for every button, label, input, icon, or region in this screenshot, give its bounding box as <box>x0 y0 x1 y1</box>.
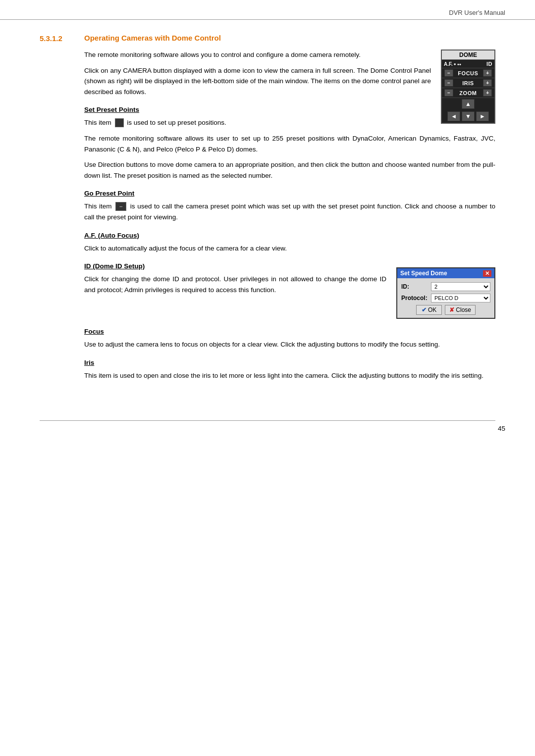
speed-dome-ok-btn[interactable]: ✔ OK <box>416 305 442 315</box>
set-preset-para3: Use Direction buttons to move dome camer… <box>84 159 495 181</box>
set-preset-text2: is used to set up preset positions. <box>127 119 226 126</box>
af-heading: A.F. (Auto Focus) <box>84 232 495 239</box>
close-label: Close <box>456 306 471 313</box>
dome-zoom-row: – ZOOM + <box>442 88 494 98</box>
dome-panel: DOME A.F. ● ●● ID – FOCUS + <box>441 50 495 124</box>
dome-zoom-plus[interactable]: + <box>483 89 492 97</box>
iris-heading: Iris <box>84 359 495 366</box>
dome-dot: ● <box>454 62 456 66</box>
iris-para1: This item is used to open and close the … <box>84 370 495 381</box>
dome-panel-title: DOME <box>442 50 494 60</box>
dome-right-btn[interactable]: ► <box>476 111 489 121</box>
speed-dome-body: ID: 2 Protocol: PELCO D <box>397 278 494 318</box>
section-title: Operating Cameras with Dome Control <box>84 34 221 42</box>
dome-af-row: A.F. ● ●● ID <box>442 60 494 68</box>
dome-focus-plus[interactable]: + <box>483 69 492 77</box>
dome-up-btn[interactable]: ▲ <box>462 99 475 109</box>
section-header: 5.3.1.2 Operating Cameras with Dome Cont… <box>40 34 495 43</box>
focus-heading: Focus <box>84 328 495 335</box>
dome-ldr-row: ◄ ▼ ► <box>442 110 494 123</box>
dome-id-label[interactable]: ID <box>486 61 492 67</box>
section-body: DOME A.F. ● ●● ID – FOCUS + <box>40 50 495 386</box>
close-xmark: ✘ <box>449 306 454 313</box>
set-preset-para2: The remote monitoring software allows it… <box>84 133 495 154</box>
speed-dome-close-btn[interactable]: ✘ Close <box>445 305 476 315</box>
dome-focus-label: FOCUS <box>458 70 478 76</box>
page-content: 5.3.1.2 Operating Cameras with Dome Cont… <box>0 20 535 405</box>
set-preset-icon[interactable] <box>115 118 124 127</box>
speed-dome-titlebar: Set Speed Dome ✕ <box>397 268 494 278</box>
dome-left-btn[interactable]: ◄ <box>447 111 460 121</box>
speed-dome-protocol-field: Protocol: PELCO D <box>401 294 490 302</box>
speed-dome-protocol-select[interactable]: PELCO D <box>431 294 490 302</box>
set-preset-heading: Set Preset Points <box>84 106 495 113</box>
set-preset-text1: This item <box>84 119 111 126</box>
go-preset-para1: This item ↔ is used to call the camera p… <box>84 201 495 222</box>
ok-label: OK <box>428 306 436 313</box>
go-preset-icon[interactable]: ↔ <box>115 202 126 211</box>
dome-zoom-label: ZOOM <box>459 90 477 96</box>
section-number: 5.3.1.2 <box>40 34 84 43</box>
dome-iris-minus[interactable]: – <box>444 79 453 87</box>
speed-dome-title: Set Speed Dome <box>400 270 447 277</box>
speed-dome-id-label: ID: <box>401 283 431 290</box>
manual-title: DVR User's Manual <box>449 9 505 16</box>
speed-dome-container: Set Speed Dome ✕ ID: 2 Protocol: <box>396 267 495 319</box>
go-preset-heading: Go Preset Point <box>84 190 495 197</box>
go-preset-text1: This item <box>84 202 112 210</box>
speed-dome-close-x[interactable]: ✕ <box>483 270 491 277</box>
speed-dome-protocol-label: Protocol: <box>401 295 431 302</box>
intro-para2: Click on any CAMERA button displayed wit… <box>84 65 495 98</box>
speed-dome-buttons: ✔ OK ✘ Close <box>401 305 490 315</box>
intro-para1: The remote monitoring software allows yo… <box>84 50 495 60</box>
speed-dome-id-select[interactable]: 2 <box>431 282 490 291</box>
focus-para1: Use to adjust the camera lens to focus o… <box>84 339 495 350</box>
dome-zoom-minus[interactable]: – <box>444 89 453 97</box>
dome-iris-label: IRIS <box>462 80 474 86</box>
go-preset-text2: is used to call the camera preset point … <box>84 202 495 221</box>
dome-focus-row: – FOCUS + <box>442 68 494 78</box>
page-number-area: 45 <box>0 421 535 432</box>
speed-dome-dialog: Set Speed Dome ✕ ID: 2 Protocol: <box>396 267 495 319</box>
page-header: DVR User's Manual <box>0 0 535 20</box>
id-section: Set Speed Dome ✕ ID: 2 Protocol: <box>84 262 495 319</box>
speed-dome-id-field: ID: 2 <box>401 282 490 291</box>
ok-checkmark: ✔ <box>422 306 427 313</box>
dome-focus-minus[interactable]: – <box>444 69 453 77</box>
dome-iris-row: – IRIS + <box>442 78 494 88</box>
dome-down-btn[interactable]: ▼ <box>462 111 475 121</box>
dome-panel-container: DOME A.F. ● ●● ID – FOCUS + <box>441 50 495 124</box>
dome-dot2: ●● <box>457 62 461 66</box>
dome-af-label[interactable]: A.F. <box>444 61 453 67</box>
set-preset-para1: This item is used to set up preset posit… <box>84 117 495 128</box>
af-para1: Click to automatically adjust the focus … <box>84 243 495 254</box>
page-number: 45 <box>498 425 505 432</box>
dome-iris-plus[interactable]: + <box>483 79 492 87</box>
dome-up-row: ▲ <box>442 98 494 110</box>
dome-af-left: A.F. ● ●● <box>444 61 461 67</box>
